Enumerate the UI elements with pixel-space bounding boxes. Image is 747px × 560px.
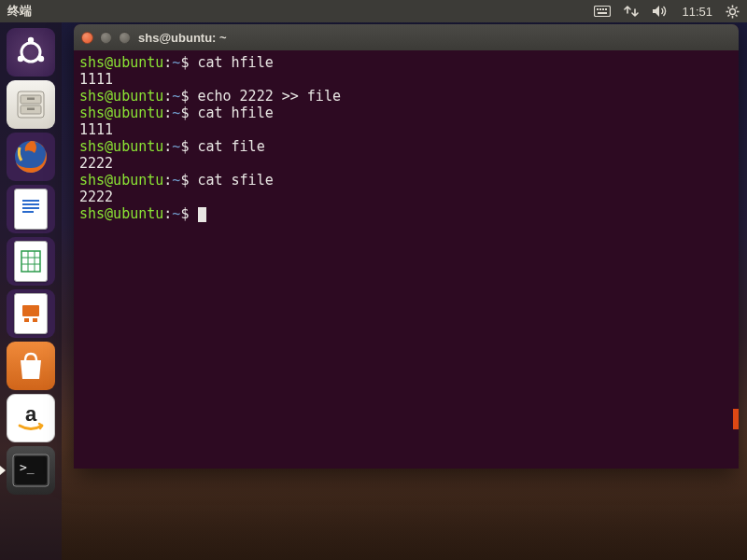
firefox-icon — [10, 136, 51, 177]
terminal-body[interactable]: shs@ubuntu:~$ cat hfile1111shs@ubuntu:~$… — [74, 50, 739, 469]
launcher-item-terminal[interactable]: >_ — [7, 446, 55, 495]
prompt-userhost: shs@ubuntu — [79, 105, 163, 121]
launcher-item-files[interactable] — [7, 80, 55, 129]
svg-point-15 — [21, 43, 40, 62]
sound-indicator[interactable] — [652, 5, 669, 18]
svg-rect-35 — [24, 318, 29, 322]
prompt-symbol: $ — [180, 88, 197, 105]
impress-doc-icon — [14, 293, 48, 334]
system-gear-icon — [726, 5, 740, 19]
svg-text:a: a — [25, 402, 37, 426]
calc-doc-icon — [14, 241, 48, 282]
active-app-title: 终端 — [7, 3, 32, 20]
window-titlebar[interactable]: shs@ubuntu: ~ — [74, 24, 739, 50]
amazon-icon: a — [12, 399, 49, 437]
prompt-userhost: shs@ubuntu — [79, 138, 163, 155]
terminal-window: shs@ubuntu: ~ shs@ubuntu:~$ cat hfile111… — [74, 24, 739, 469]
svg-rect-4 — [605, 8, 607, 10]
svg-rect-0 — [595, 7, 611, 17]
terminal-prompt-line: shs@ubuntu:~$ — [79, 205, 733, 222]
system-menu[interactable] — [726, 5, 740, 19]
terminal-prompt-line: shs@ubuntu:~$ cat file — [79, 138, 733, 155]
window-close-button[interactable] — [81, 32, 93, 44]
file-cabinet-icon — [12, 86, 49, 123]
terminal-prompt-line: shs@ubuntu:~$ cat hfile — [79, 105, 733, 121]
svg-point-18 — [38, 56, 44, 62]
svg-rect-34 — [22, 305, 39, 316]
launcher-item-software[interactable] — [7, 342, 55, 390]
scrollbar-indicator[interactable] — [733, 409, 739, 429]
launcher-item-amazon[interactable]: a — [7, 394, 55, 442]
svg-line-12 — [736, 14, 738, 16]
launcher-item-dash[interactable] — [7, 28, 55, 77]
prompt-symbol: $ — [180, 54, 197, 71]
svg-text:>_: >_ — [20, 460, 35, 474]
svg-rect-22 — [27, 98, 35, 101]
network-updown-icon — [624, 5, 639, 18]
svg-rect-3 — [602, 8, 604, 10]
top-panel: 终端 11:51 — [0, 0, 747, 22]
prompt-symbol: $ — [180, 138, 197, 155]
prompt-userhost: shs@ubuntu — [79, 172, 163, 189]
prompt-userhost: shs@ubuntu — [79, 88, 163, 105]
active-pip-icon — [0, 466, 6, 475]
command-text: cat hfile — [197, 54, 273, 71]
svg-rect-26 — [22, 203, 39, 205]
volume-high-icon — [652, 5, 669, 18]
writer-doc-icon — [14, 189, 48, 230]
svg-rect-25 — [22, 200, 39, 202]
terminal-output-line: 1111 — [79, 121, 733, 138]
svg-rect-36 — [33, 318, 37, 322]
terminal-prompt-line: shs@ubuntu:~$ cat sfile — [79, 172, 733, 189]
launcher-item-writer[interactable] — [7, 185, 55, 233]
svg-rect-28 — [22, 211, 34, 213]
svg-rect-27 — [22, 207, 39, 209]
keyboard-icon — [594, 6, 611, 17]
svg-rect-5 — [598, 12, 607, 14]
svg-line-13 — [736, 7, 738, 8]
svg-rect-1 — [597, 8, 599, 10]
terminal-icon: >_ — [11, 453, 50, 488]
clock[interactable]: 11:51 — [682, 5, 712, 19]
window-minimize-button[interactable] — [100, 32, 112, 44]
prompt-symbol: $ — [180, 105, 197, 121]
window-title: shs@ubuntu: ~ — [138, 31, 227, 45]
shopping-bag-icon — [17, 351, 45, 381]
window-controls — [81, 32, 131, 44]
prompt-symbol: $ — [180, 205, 197, 222]
launcher-item-calc[interactable] — [7, 237, 55, 286]
command-text: cat hfile — [197, 105, 273, 121]
svg-rect-29 — [21, 251, 40, 272]
network-indicator[interactable] — [624, 5, 639, 18]
svg-point-16 — [28, 37, 34, 43]
terminal-output-line: 2222 — [79, 155, 733, 172]
svg-rect-23 — [27, 108, 35, 111]
command-text: echo 2222 >> file — [197, 88, 341, 105]
launcher-item-impress[interactable] — [7, 289, 55, 338]
prompt-userhost: shs@ubuntu — [79, 205, 163, 222]
command-text: cat file — [197, 138, 264, 155]
svg-rect-2 — [599, 8, 601, 10]
svg-line-11 — [728, 7, 730, 8]
terminal-output-line: 1111 — [79, 71, 733, 88]
terminal-prompt-line: shs@ubuntu:~$ echo 2222 >> file — [79, 88, 733, 105]
svg-point-6 — [730, 8, 736, 14]
svg-point-17 — [18, 56, 23, 62]
command-text: cat sfile — [197, 172, 273, 189]
cursor-block — [198, 207, 206, 222]
keyboard-indicator[interactable] — [594, 6, 611, 17]
terminal-prompt-line: shs@ubuntu:~$ cat hfile — [79, 54, 733, 71]
launcher: a >_ — [0, 22, 62, 560]
launcher-item-firefox[interactable] — [7, 133, 55, 181]
terminal-output-line: 2222 — [79, 189, 733, 205]
prompt-symbol: $ — [180, 172, 197, 189]
svg-line-14 — [728, 14, 730, 16]
prompt-userhost: shs@ubuntu — [79, 54, 163, 71]
window-maximize-button[interactable] — [119, 32, 131, 44]
ubuntu-logo-icon — [14, 35, 48, 69]
